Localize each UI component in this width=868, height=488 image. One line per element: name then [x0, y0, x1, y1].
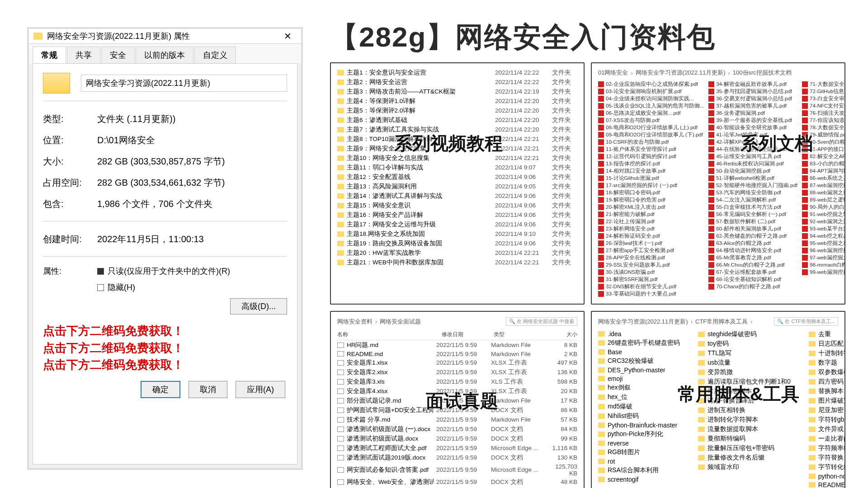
- list-item[interactable]: 主题2：网络安全运营2022/11/4 22:22文件夹: [337, 77, 577, 87]
- pdf-item[interactable]: 05-浅谈企业SQL注入漏洞的危害与防御...: [598, 102, 704, 109]
- list-item[interactable]: README.md: [809, 480, 845, 488]
- list-item[interactable]: 渗透测试初级面试题.docx2022/11/5 9:59DOCX 文档99 KB: [337, 434, 577, 443]
- list-item[interactable]: hex_位: [598, 392, 680, 402]
- pdf-item[interactable]: 18-解密弱口令密码.pdf: [598, 189, 704, 196]
- pdf-item[interactable]: 24-解析验证码安全.pdf: [598, 232, 704, 239]
- pdf-item[interactable]: 06-思路决定成败安全漏洞....pdf: [598, 109, 704, 117]
- pdf-item[interactable]: 84-APT漏洞与防御.pdf: [802, 167, 845, 174]
- pdf-item[interactable]: 57-数据软件解析 (二).pdf: [708, 218, 797, 225]
- list-item[interactable]: 尼亚加密: [809, 405, 845, 415]
- pdf-item[interactable]: 08-电商和O2O行业详情故事儿 (上).pdf: [598, 124, 704, 131]
- pdf-item[interactable]: 36-交易支付逻辑漏洞小总结.pdf: [708, 95, 797, 102]
- list-item[interactable]: 主题3：网络攻击前沿——ATT&CK框架2022/11/4 22:19文件夹: [337, 87, 577, 96]
- pdf-item[interactable]: 66-Mr.Chou的白帽子之路.pdf: [708, 261, 797, 268]
- list-item[interactable]: 26键盘密码-手机键盘密码: [598, 338, 680, 347]
- pdf-item[interactable]: 50-自动化漏洞挖掘.pdf: [708, 167, 797, 174]
- tab-general[interactable]: 常规: [33, 47, 66, 63]
- pdf-item[interactable]: 17-src漏洞挖掘的探讨 (一).pdf: [598, 182, 704, 189]
- list-item[interactable]: 主题6：渗透测试基础2022/11/4 22:20文件夹: [337, 115, 577, 125]
- list-item[interactable]: 主题20：HW蓝军实战教学2022/11/4 22:21文件夹: [337, 248, 577, 258]
- list-item[interactable]: HR问题.md2022/11/5 9:59Markdown File8 KB: [337, 340, 577, 350]
- hidden-checkbox[interactable]: [97, 284, 104, 291]
- list-item[interactable]: 遍历读取压缩包文件判断1和0: [698, 377, 791, 386]
- pdf-item[interactable]: 95-web挖掘之XSS漏洞挖掘.pdf: [802, 239, 845, 247]
- list-item[interactable]: python-Picke序列化: [598, 429, 680, 439]
- pdf-item[interactable]: 80-Sven的白帽子之路.pdf: [802, 138, 845, 145]
- pdf-item[interactable]: 55-白盒审核技术与方法.pdf: [708, 203, 797, 211]
- pdf-item[interactable]: 54-二次注入漏洞解析.pdf: [708, 196, 797, 203]
- pdf-item[interactable]: 83-小白的白帽之路.pdf: [802, 160, 845, 167]
- pdf-item[interactable]: 96-web漏洞挖掘之上传漏洞.pdf: [802, 247, 845, 254]
- pdf-item[interactable]: 35-参与找回逻辑漏洞小总结.pdf: [708, 88, 797, 95]
- pdf-item[interactable]: 46-Redis未授权访问漏洞.pdf: [708, 160, 797, 167]
- list-item[interactable]: 主题19：路由交换及网络设备加固2022/11/4 9:06文件夹: [337, 239, 577, 248]
- folder-name-input[interactable]: 网络安全学习资源(2022.11月更新): [81, 75, 287, 92]
- list-item[interactable]: 网安面试必备知识-含答案.pdf2022/11/5 9:59Microsoft …: [337, 462, 577, 477]
- list-item[interactable]: 进制互相转换: [698, 405, 791, 415]
- list-item[interactable]: 一走比赛的脚本: [809, 434, 845, 443]
- list-item[interactable]: RGB转图片: [598, 447, 680, 457]
- list-item[interactable]: 文件异或: [809, 424, 845, 434]
- list-item[interactable]: emoji: [598, 374, 680, 383]
- list-item[interactable]: 安全题库2.xlsx2022/11/5 9:59XLSX 工作表136 KB: [337, 367, 577, 377]
- list-item[interactable]: 字节转化编码: [809, 462, 845, 472]
- list-item[interactable]: 主题4：等保测评1.0详解2022/11/4 22:20文件夹: [337, 96, 577, 106]
- list-item[interactable]: usb流量: [698, 358, 791, 367]
- pdf-item[interactable]: 20-解密XML注入攻击.pdf: [598, 203, 704, 211]
- pdf-item[interactable]: 76-扫描注天攻击与防御.pdf: [802, 109, 845, 117]
- pdf-item[interactable]: 89-web层之逻辑漏洞挖掘.pdf: [802, 196, 845, 203]
- cancel-button[interactable]: 取消: [189, 381, 227, 398]
- tab-previous[interactable]: 以前的版本: [136, 47, 193, 63]
- breadcrumb[interactable]: 网络安全学习资源(2022.11月更新) CTF常用脚本及工具 🔍 在 CTF常…: [598, 316, 838, 329]
- pdf-item[interactable]: 99-web漏洞挖掘之未授权访问漏洞.pdf: [802, 268, 845, 276]
- pdf-item[interactable]: 15-讨论Github泄漏.pdf: [598, 174, 704, 182]
- pdf-item[interactable]: 92-web漏洞之漏洞挖掘.pdf: [802, 218, 845, 225]
- tab-share[interactable]: 共享: [67, 47, 100, 63]
- pdf-item[interactable]: 70-Chanx的白帽子之路.pdf: [708, 283, 797, 290]
- list-item[interactable]: 安全题库3.xls2022/11/5 9:59XLS 工作表598 KB: [337, 377, 577, 386]
- list-item[interactable]: 安全题库1.xlsx2022/11/5 9:59XLSX 工作表497 KB: [337, 358, 577, 367]
- list-item[interactable]: toy密码: [698, 339, 791, 348]
- pdf-item[interactable]: 74-NFC支付安全.pdf: [802, 102, 845, 109]
- pdf-item[interactable]: 51-详解webshell检测.pdf: [708, 174, 797, 182]
- pdf-item[interactable]: 28-APP安全在线检测.pdf: [598, 254, 704, 261]
- list-item[interactable]: .idea: [598, 329, 680, 338]
- list-item[interactable]: 主题7：渗透测试工具实操与实战2022/11/4 22:20文件夹: [337, 125, 577, 134]
- list-item[interactable]: 主题5：等保测评2.0详解2022/11/4 22:20文件夹: [337, 106, 577, 115]
- list-item[interactable]: hex倒叙: [598, 383, 680, 392]
- pdf-item[interactable]: 42-详解XPath注入.pdf: [708, 138, 797, 145]
- list-item[interactable]: 图片爆破宽高: [809, 396, 845, 405]
- pdf-item[interactable]: 10-CSRF的攻击与防御.pdf: [598, 138, 704, 145]
- pdf-item[interactable]: 67-安全运维配套故事.pdf: [708, 268, 797, 276]
- pdf-item[interactable]: 41-论笨Jwt的危害.pdf: [708, 131, 797, 138]
- search-input[interactable]: 🔍 在 网络安全面试题 中搜索: [506, 317, 577, 326]
- pdf-item[interactable]: 04-企业级未授权访问漏洞防御实践...: [598, 95, 704, 102]
- pdf-item[interactable]: 94-web挖之权越漏洞挖掘.pdf: [802, 232, 845, 239]
- list-item[interactable]: RSA综合脚本利用: [598, 465, 680, 475]
- pdf-item[interactable]: 44-在线验证码的安全隐患.pdf: [708, 145, 797, 153]
- pdf-item[interactable]: 32-DNS解析在细节安全儿.pdf: [598, 283, 704, 290]
- list-item[interactable]: 主题1：安全意识与安全运营2022/11/4 22:22文件夹: [337, 68, 577, 77]
- breadcrumb[interactable]: 01网络安全 网络安全学习资源(2022.11月更新) 100份src挖掘技术文…: [598, 68, 838, 80]
- list-item[interactable]: DES_Python-master: [598, 366, 680, 374]
- list-item[interactable]: 主题10：网络安全之信息搜集2022/11/4 22:21文件夹: [337, 153, 577, 163]
- list-item[interactable]: 渗透测试初级面试题 (一).docx2022/11/5 9:59DOCX 文档8…: [337, 424, 577, 434]
- list-item[interactable]: 主题12：安全配置基线2022/11/4 9:06文件夹: [337, 172, 577, 182]
- pdf-item[interactable]: 53-汽车的网络安全防御.pdf: [708, 189, 797, 196]
- pdf-item[interactable]: 23-解析网络安全.pdf: [598, 225, 704, 232]
- ok-button[interactable]: 确定: [141, 381, 180, 398]
- list-item[interactable]: 渗透测试工程师面试大全.pdf2022/11/5 9:59Microsoft E…: [337, 443, 577, 453]
- list-item[interactable]: rot: [598, 457, 680, 465]
- list-item[interactable]: 主题9：网络安全之资产搜集2022/11/4 22:21文件夹: [337, 144, 577, 153]
- pdf-item[interactable]: 37-越权漏洞危害的被事儿.pdf: [708, 102, 797, 109]
- pdf-item[interactable]: 71-大数据安全 (一).pdf: [802, 80, 845, 88]
- pdf-item[interactable]: 11-账户体系安全管理探讨.pdf: [598, 145, 704, 153]
- list-item[interactable]: screentogif: [598, 475, 680, 483]
- pdf-item[interactable]: 09-电商和O2O行业详情部故事儿 (下).pdf: [598, 131, 704, 138]
- list-item[interactable]: 字符转gbk编码: [809, 415, 845, 424]
- list-item[interactable]: steghide爆破密码: [698, 329, 791, 339]
- pdf-item[interactable]: 03-论安全漏洞响应机制扩展.pdf: [598, 88, 704, 95]
- pdf-item[interactable]: 52-智能硬件地搜挖掘入门指南.pdf: [708, 182, 797, 189]
- list-item[interactable]: 主题21：WEB中间件和数据库加固2022/11/4 22:21文件夹: [337, 258, 577, 267]
- list-item[interactable]: 主题18.网络安全之系统加固2022/11/4 9:10文件夹: [337, 229, 577, 239]
